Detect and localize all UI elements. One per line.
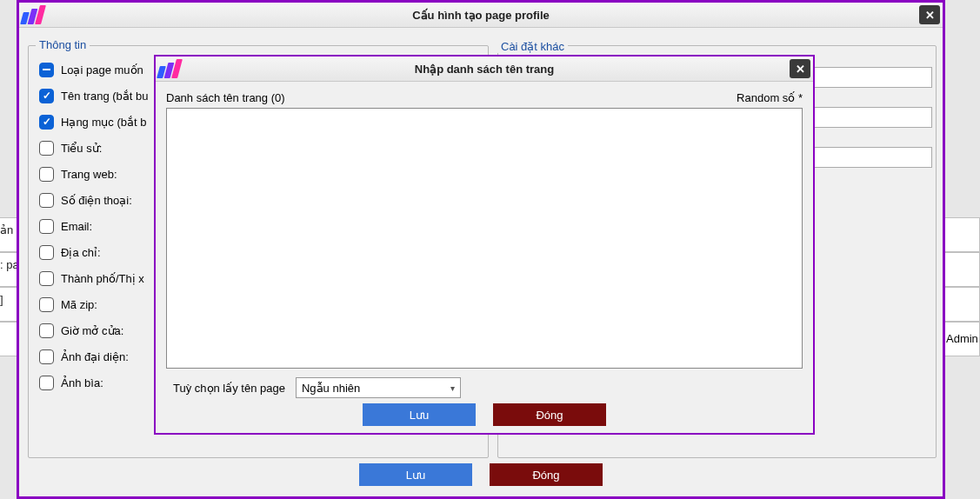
checkbox[interactable]: ✓ [39,89,54,103]
option-label: Tuỳ chọn lấy tên page [166,382,285,395]
inner-option-row: Tuỳ chọn lấy tên page Ngẫu nhiên ▾ [166,377,803,398]
close-icon: ✕ [796,63,805,76]
checkbox[interactable]: ✓ [39,115,54,130]
app-logo-icon [158,59,183,78]
list-count-label: Danh sách tên trang (0) [166,91,285,104]
bg-admin-cell: Admin [944,323,979,356]
checkbox[interactable] [39,167,54,182]
checkbox[interactable] [39,323,54,338]
checkbox[interactable] [39,245,54,260]
select-value: Ngẫu nhiên [302,382,360,395]
checkbox-label: Tiểu sử: [61,142,102,155]
checkbox[interactable] [39,349,54,364]
close-icon: ✕ [925,9,935,22]
page-name-textarea[interactable] [166,108,803,369]
main-button-bar: Lưu Đóng [19,463,943,489]
random-number-label: Random số * [737,91,803,104]
groupbox-info-legend: Thông tin [36,38,90,51]
checkbox-label: Giờ mở cửa: [61,324,123,337]
checkbox[interactable] [39,193,54,208]
main-dialog-title: Cấu hình tạo page profile [412,9,550,22]
checkbox[interactable] [39,376,54,390]
check-icon: ✓ [43,90,51,101]
inner-close-button-bottom[interactable]: Đóng [493,403,606,426]
checkbox-label: Địa chỉ: [61,246,101,259]
inner-button-bar: Lưu Đóng [156,403,813,428]
inner-titlebar: Nhập danh sách tên trang ✕ [156,57,813,82]
check-icon: ✓ [43,116,51,127]
main-close-button[interactable]: ✕ [919,5,940,24]
main-titlebar: Cấu hình tạo page profile ✕ [19,3,943,28]
checkbox-label: Thành phố/Thị x [61,272,144,285]
main-close-button-bottom[interactable]: Đóng [490,463,603,486]
checkbox-label: Loại page muốn [61,63,143,77]
inner-save-button[interactable]: Lưu [363,403,476,426]
page-name-mode-select[interactable]: Ngẫu nhiên ▾ [296,377,461,398]
chevron-down-icon: ▾ [450,383,455,393]
checkbox-label: Hạng mục (bắt b [61,116,146,129]
checkbox-label: Ảnh đại diện: [61,350,129,363]
inner-dialog: Nhập danh sách tên trang ✕ Danh sách tên… [154,55,815,435]
checkbox-label: Ảnh bìa: [61,376,103,389]
checkbox[interactable] [39,271,54,286]
checkbox-label: Mã zip: [61,298,97,311]
checkbox-label: Số điện thoại: [61,194,132,207]
checkbox[interactable] [39,63,54,77]
bg-label-3: ] [0,293,3,306]
checkbox-label: Tên trang (bắt bu [61,90,149,103]
checkbox-label: Email: [61,220,92,233]
app-logo-icon [22,5,46,24]
checkbox-label: Trang web: [61,168,117,181]
inner-dialog-title: Nhập danh sách tên trang [415,63,554,76]
checkbox[interactable] [39,219,54,234]
checkbox[interactable] [39,297,54,312]
checkbox[interactable] [39,141,54,156]
minus-icon [43,69,50,71]
groupbox-other-legend: Cài đặt khác [497,40,568,53]
bg-label-1: ản [0,223,13,236]
inner-list-header: Danh sách tên trang (0) Random số * [166,89,803,106]
inner-close-button[interactable]: ✕ [790,59,810,78]
main-save-button[interactable]: Lưu [359,463,472,486]
